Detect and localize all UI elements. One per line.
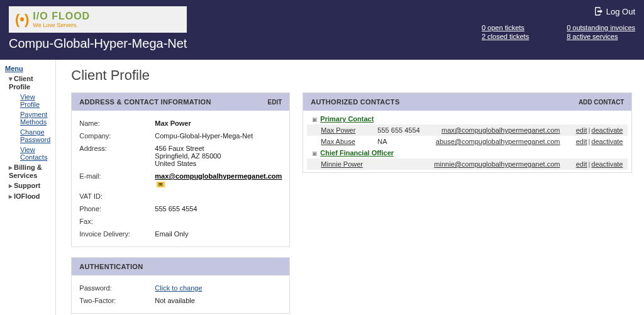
menu-view-profile[interactable]: View Profile — [3, 92, 53, 109]
label-email: E-mail: — [79, 172, 155, 187]
caret-right-icon: ▸ — [9, 192, 14, 201]
contact-row: Minnie Power minnie@compuglobalhypermega… — [307, 158, 628, 170]
value-phone: 555 655 4554 — [155, 205, 282, 213]
menu-billing-services[interactable]: ▸Billing & Services — [3, 162, 53, 180]
edit-contact[interactable]: edit — [576, 126, 587, 134]
deactivate-contact[interactable]: deactivate — [591, 160, 623, 168]
change-password-link[interactable]: Click to change — [155, 284, 202, 292]
menu-support[interactable]: ▸Support — [3, 180, 53, 191]
stat-open-tickets[interactable]: 0 open tickets — [482, 24, 529, 31]
sidebar: Menu ▾Client Profile View Profile Paymen… — [0, 60, 56, 315]
panel-auth-title: AUTHENTICATION — [79, 263, 143, 270]
panel-auth-body: Password:Click to change Two-Factor:Not … — [72, 275, 289, 313]
logout-label: Log Out — [606, 7, 635, 16]
menu-change-password[interactable]: Change Password — [3, 127, 53, 145]
top-left: (•) I/O FLOOD We Love Servers. Compu-Glo… — [9, 6, 187, 51]
square-icon: ▣ — [312, 150, 318, 157]
panel-address-head: ADDRESS & CONTACT INFORMATION EDIT — [72, 93, 289, 111]
value-address: 456 Faux Street Springfield, AZ 85000 Un… — [155, 145, 282, 167]
contact-row: Max Abuse NA abuse@compuglobalhypermegan… — [307, 136, 628, 147]
value-twofactor: Not available — [155, 297, 282, 304]
menu-list: ▾Client Profile View Profile Payment Met… — [3, 74, 53, 202]
edit-address-button[interactable]: EDIT — [268, 99, 282, 106]
caret-down-icon: ▾ — [9, 75, 14, 83]
menu-client-profile[interactable]: ▾Client Profile — [3, 74, 53, 92]
main-wrap: Menu ▾Client Profile View Profile Paymen… — [0, 60, 644, 315]
panel-address-body: Name:Max Power Company:Compu-Global-Hype… — [72, 111, 289, 246]
value-vat — [155, 192, 282, 200]
logo[interactable]: (•) I/O FLOOD We Love Servers. — [9, 6, 187, 33]
top-bar: (•) I/O FLOOD We Love Servers. Compu-Glo… — [0, 0, 644, 60]
menu-view-contacts[interactable]: View Contacts — [3, 145, 53, 162]
company-name: Compu-Global-Hyper-Mega-Net — [9, 36, 187, 51]
contact-actions: edit|deactivate — [560, 160, 623, 168]
value-password: Click to change — [155, 284, 282, 292]
panel-contacts-title: AUTHORIZED CONTACTS — [311, 98, 399, 106]
value-fax — [155, 218, 282, 225]
add-contact-button[interactable]: ADD CONTACT — [579, 99, 625, 106]
role-link-cfo[interactable]: Chief Financial Officer — [320, 149, 394, 157]
contact-phone: 555 655 4554 — [377, 126, 434, 134]
col-right: AUTHORIZED CONTACTS ADD CONTACT ▣Primary… — [303, 92, 632, 183]
contact-name[interactable]: Max Abuse — [321, 138, 377, 145]
header-stats: 0 open tickets 2 closed tickets 0 outsta… — [482, 24, 635, 40]
logo-mark: (•) — [15, 11, 29, 28]
col-left: ADDRESS & CONTACT INFORMATION EDIT Name:… — [71, 92, 290, 315]
panel-contacts: AUTHORIZED CONTACTS ADD CONTACT ▣Primary… — [303, 92, 632, 173]
value-invoice-delivery: Email Only — [155, 230, 282, 238]
label-address: Address: — [79, 145, 155, 167]
label-name: Name: — [79, 119, 155, 127]
label-invoice-delivery: Invoice Delivery: — [79, 230, 155, 238]
contact-row: Max Power 555 655 4554 max@compuglobalhy… — [307, 124, 628, 136]
panel-address: ADDRESS & CONTACT INFORMATION EDIT Name:… — [71, 92, 290, 247]
deactivate-contact[interactable]: deactivate — [591, 126, 623, 134]
contact-email[interactable]: max@compuglobalhypermeganet.com — [434, 126, 560, 134]
email-link[interactable]: max@compuglobalhypermeganet.com — [155, 172, 282, 180]
contact-actions: edit|deactivate — [560, 138, 623, 145]
logo-tagline: We Love Servers. — [33, 22, 90, 28]
content: Client Profile ADDRESS & CONTACT INFORMA… — [56, 60, 644, 315]
panel-address-title: ADDRESS & CONTACT INFORMATION — [79, 98, 211, 106]
label-password: Password: — [79, 284, 155, 292]
page-title: Client Profile — [71, 67, 632, 84]
caret-right-icon: ▸ — [9, 163, 14, 172]
menu-title[interactable]: Menu — [3, 64, 53, 74]
label-company: Company: — [79, 132, 155, 140]
label-twofactor: Two-Factor: — [79, 297, 155, 304]
value-company: Compu-Global-Hyper-Mega-Net — [155, 132, 282, 140]
top-right: Log Out 0 open tickets 2 closed tickets … — [482, 6, 635, 40]
value-email: max@compuglobalhypermeganet.com✉ — [155, 172, 282, 187]
contact-name[interactable]: Max Power — [321, 126, 377, 134]
deactivate-contact[interactable]: deactivate — [591, 138, 623, 145]
logout-button[interactable]: Log Out — [594, 6, 635, 16]
contact-role-primary: ▣Primary Contact — [307, 113, 628, 124]
label-vat: VAT ID: — [79, 192, 155, 200]
menu-ioflood[interactable]: ▸IOFlood — [3, 191, 53, 202]
role-link-primary[interactable]: Primary Contact — [320, 115, 374, 123]
mail-icon: ✉ — [157, 182, 165, 187]
stat-outstanding-invoices[interactable]: 0 outstanding invoices — [567, 24, 635, 31]
contact-email[interactable]: abuse@compuglobalhypermeganet.com — [434, 138, 560, 145]
caret-right-icon: ▸ — [9, 182, 14, 190]
edit-contact[interactable]: edit — [576, 138, 587, 145]
contact-email[interactable]: minnie@compuglobalhypermeganet.com — [434, 160, 560, 168]
contact-phone: NA — [377, 138, 434, 145]
square-icon: ▣ — [312, 116, 318, 123]
contact-actions: edit|deactivate — [560, 126, 623, 134]
contact-role-cfo: ▣Chief Financial Officer — [307, 147, 628, 158]
value-name: Max Power — [155, 119, 282, 127]
logout-icon — [594, 6, 604, 16]
columns: ADDRESS & CONTACT INFORMATION EDIT Name:… — [71, 92, 632, 315]
menu-payment-methods[interactable]: Payment Methods — [3, 109, 53, 127]
label-fax: Fax: — [79, 218, 155, 225]
label-phone: Phone: — [79, 205, 155, 213]
contact-name[interactable]: Minnie Power — [321, 160, 377, 168]
stat-closed-tickets[interactable]: 2 closed tickets — [482, 33, 529, 40]
stat-active-services[interactable]: 8 active services — [567, 33, 635, 40]
edit-contact[interactable]: edit — [576, 160, 587, 168]
stats-billing: 0 outstanding invoices 8 active services — [567, 24, 635, 40]
panel-auth-head: AUTHENTICATION — [72, 258, 289, 275]
logo-text: I/O FLOOD We Love Servers. — [33, 11, 90, 28]
logo-brand: I/O FLOOD — [33, 11, 90, 21]
contact-group-cfo: ▣Chief Financial Officer Minnie Power mi… — [307, 147, 628, 170]
